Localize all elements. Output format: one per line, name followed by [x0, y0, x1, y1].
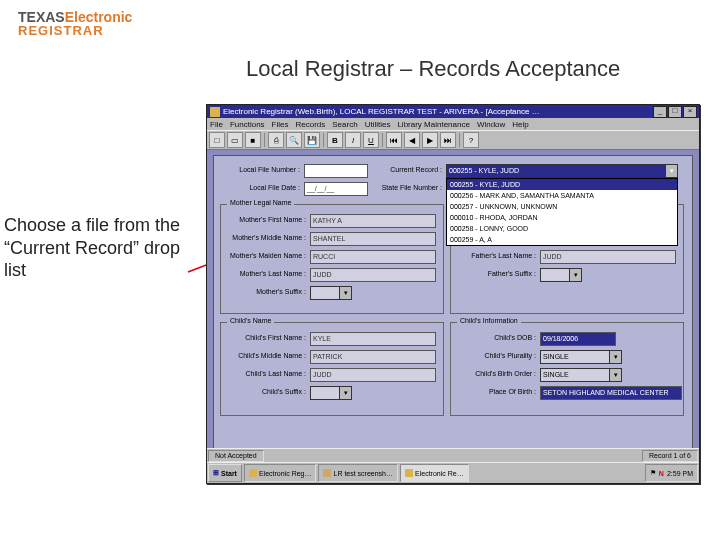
- toolbar-divider: [264, 133, 265, 147]
- birth-order-combo[interactable]: SINGLE▾: [540, 368, 622, 382]
- current-record-dropdown[interactable]: 000255 - KYLE, JUDD 000256 - MARK AND, S…: [446, 178, 678, 246]
- father-last-label: Father's Last Name :: [454, 252, 536, 259]
- toolbar-divider: [382, 133, 383, 147]
- last-record-icon[interactable]: ⏭: [440, 132, 456, 148]
- current-record-label: Current Record :: [372, 166, 442, 173]
- dropdown-option[interactable]: 000259 - A, A: [447, 234, 677, 245]
- mother-middle-label: Mother's Middle Name :: [224, 234, 306, 241]
- menu-search[interactable]: Search: [332, 120, 357, 129]
- next-record-icon[interactable]: ▶: [422, 132, 438, 148]
- status-not-accepted: Not Accepted: [208, 450, 264, 462]
- child-plurality-label: Child's Plurality :: [454, 352, 536, 359]
- close-button[interactable]: ×: [683, 106, 697, 118]
- print-icon[interactable]: ⎙: [268, 132, 284, 148]
- chevron-down-icon[interactable]: ▾: [665, 165, 677, 177]
- mother-middle-field[interactable]: SHANTEL: [310, 232, 436, 246]
- maximize-button[interactable]: □: [668, 106, 682, 118]
- father-last-field[interactable]: JUDD: [540, 250, 676, 264]
- titlebar: Electronic Registrar (Web.Birth), LOCAL …: [207, 105, 699, 118]
- child-dob-field[interactable]: 09/18/2006: [540, 332, 616, 346]
- menu-help[interactable]: Help: [512, 120, 528, 129]
- local-file-number-label: Local File Number :: [220, 166, 300, 173]
- child-info-title: Child's Information: [457, 317, 521, 324]
- child-last-label: Child's Last Name :: [224, 370, 306, 377]
- underline-icon[interactable]: U: [363, 132, 379, 148]
- app-icon: [249, 469, 257, 477]
- slide-title: Local Registrar – Records Acceptance: [246, 56, 620, 82]
- menu-library[interactable]: Library Maintenance: [397, 120, 469, 129]
- texas-electronic-registrar-logo: TEXASElectronic REGISTRAR: [18, 10, 132, 37]
- start-button[interactable]: ⊞ Start: [208, 464, 242, 482]
- state-file-number-label: State File Number :: [366, 184, 442, 191]
- child-first-field[interactable]: KYLE: [310, 332, 436, 346]
- menu-utilities[interactable]: Utilities: [365, 120, 391, 129]
- chevron-down-icon[interactable]: ▾: [569, 269, 581, 281]
- local-file-date-label: Local File Date :: [220, 184, 300, 191]
- place-of-birth-label: Place Of Birth :: [454, 388, 536, 395]
- menubar: File Functions Files Records Search Util…: [207, 118, 699, 130]
- bold-icon[interactable]: B: [327, 132, 343, 148]
- taskbar-task-active[interactable]: Electronic Re…: [400, 464, 469, 482]
- local-file-date-field[interactable]: __/__/__: [304, 182, 368, 196]
- child-dob-label: Child's DOB :: [454, 334, 536, 341]
- app-icon: [405, 469, 413, 477]
- dropdown-option[interactable]: 000258 - LONNY, GOOD: [447, 223, 677, 234]
- dropdown-option[interactable]: 000256 - MARK AND, SAMANTHA SAMANTA: [447, 190, 677, 201]
- birth-order-label: Child's Birth Order :: [454, 370, 536, 377]
- mother-group-title: Mother Legal Name: [227, 199, 294, 206]
- menu-files[interactable]: Files: [272, 120, 289, 129]
- new-icon[interactable]: □: [209, 132, 225, 148]
- taskbar: ⊞ Start Electronic Reg… LR test screensh…: [207, 462, 699, 483]
- current-record-value: 000255 - KYLE, JUDD: [447, 165, 665, 177]
- tray-icon: ⚑: [650, 469, 656, 477]
- form-area: Local File Number : Current Record : 000…: [213, 155, 693, 461]
- app-icon: [210, 107, 220, 117]
- first-record-icon[interactable]: ⏮: [386, 132, 402, 148]
- child-last-field[interactable]: JUDD: [310, 368, 436, 382]
- menu-functions[interactable]: Functions: [230, 120, 265, 129]
- mother-suffix-label: Mother's Suffix :: [224, 288, 306, 295]
- chevron-down-icon[interactable]: ▾: [609, 369, 621, 381]
- dropdown-option[interactable]: 000010 - RHODA, JORDAN: [447, 212, 677, 223]
- mother-maiden-field[interactable]: RUCCI: [310, 250, 436, 264]
- system-tray[interactable]: ⚑ N 2:59 PM: [645, 464, 698, 482]
- menu-window[interactable]: Window: [477, 120, 505, 129]
- help-icon[interactable]: ?: [463, 132, 479, 148]
- taskbar-task[interactable]: Electronic Reg…: [244, 464, 317, 482]
- logo-registrar: REGISTRAR: [18, 24, 132, 37]
- mother-last-label: Mother's Last Name :: [224, 270, 306, 277]
- child-middle-field[interactable]: PATRICK: [310, 350, 436, 364]
- mother-first-field[interactable]: KATHY A: [310, 214, 436, 228]
- dropdown-option[interactable]: 000255 - KYLE, JUDD: [447, 179, 677, 190]
- minimize-button[interactable]: _: [653, 106, 667, 118]
- chevron-down-icon[interactable]: ▾: [339, 287, 351, 299]
- app-window: Electronic Registrar (Web.Birth), LOCAL …: [206, 104, 700, 484]
- dropdown-option[interactable]: 000257 - UNKNOWN, UNKNOWN: [447, 201, 677, 212]
- child-plurality-combo[interactable]: SINGLE▾: [540, 350, 622, 364]
- current-record-combo[interactable]: 000255 - KYLE, JUDD ▾: [446, 164, 678, 178]
- child-first-label: Child's First Name :: [224, 334, 306, 341]
- menu-records[interactable]: Records: [295, 120, 325, 129]
- italic-icon[interactable]: I: [345, 132, 361, 148]
- status-record-count: Record 1 of 6: [642, 450, 698, 462]
- save-icon[interactable]: ■: [245, 132, 261, 148]
- father-suffix-combo[interactable]: ▾: [540, 268, 582, 282]
- prev-record-icon[interactable]: ◀: [404, 132, 420, 148]
- child-middle-label: Child's Middle Name :: [224, 352, 306, 359]
- mother-last-field[interactable]: JUDD: [310, 268, 436, 282]
- chevron-down-icon[interactable]: ▾: [339, 387, 351, 399]
- chevron-down-icon[interactable]: ▾: [609, 351, 621, 363]
- place-of-birth-field[interactable]: SETON HIGHLAND MEDICAL CENTER: [540, 386, 682, 400]
- child-suffix-combo[interactable]: ▾: [310, 386, 352, 400]
- toolbar: □ ▭ ■ ⎙ 🔍 💾 B I U ⏮ ◀ ▶ ⏭ ?: [207, 130, 699, 150]
- menu-file[interactable]: File: [210, 120, 223, 129]
- disk-icon[interactable]: 💾: [304, 132, 320, 148]
- window-title: Electronic Registrar (Web.Birth), LOCAL …: [223, 107, 653, 116]
- taskbar-task[interactable]: LR test screensh…: [318, 464, 398, 482]
- mother-suffix-combo[interactable]: ▾: [310, 286, 352, 300]
- local-file-number-field[interactable]: [304, 164, 368, 178]
- preview-icon[interactable]: 🔍: [286, 132, 302, 148]
- windows-icon: ⊞: [213, 469, 219, 477]
- child-suffix-label: Child's Suffix :: [224, 388, 306, 395]
- open-icon[interactable]: ▭: [227, 132, 243, 148]
